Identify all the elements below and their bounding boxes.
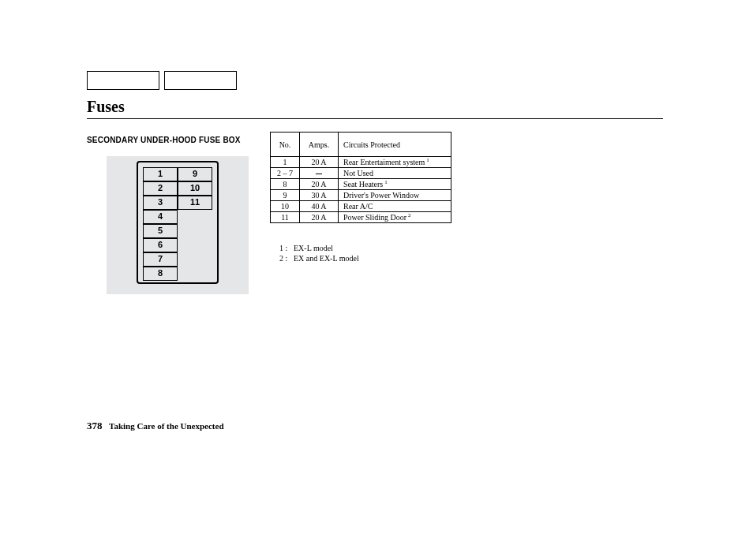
fuse-table-head: No. Amps. Circuits Protected — [271, 133, 451, 157]
cell-no: 10 — [271, 201, 300, 212]
footnote-ref: 1 — [426, 157, 429, 163]
dash-icon — [316, 174, 322, 174]
th-circuits: Circuits Protected — [339, 133, 451, 157]
table-row: 120 ARear Entertaiment system1 — [271, 157, 451, 168]
cell-circuit: Not Used — [339, 168, 451, 179]
cell-no: 2 – 7 — [271, 168, 300, 179]
cell-amps: 20 A — [300, 157, 339, 168]
footnote: 1 :EX-L model — [279, 243, 359, 253]
cell-amps: 20 A — [300, 179, 339, 190]
footnote-text: EX-L model — [294, 243, 333, 253]
cell-no: 11 — [271, 212, 300, 223]
fuse-box-diagram: 1 2 3 4 5 6 7 8 9 10 11 — [107, 156, 249, 294]
cell-circuit: Seat Heaters1 — [339, 179, 451, 190]
fuse-slot-3: 3 — [143, 196, 178, 210]
cell-amps: 40 A — [300, 201, 339, 212]
page: Fuses SECONDARY UNDER-HOOD FUSE BOX 1 2 … — [0, 0, 753, 560]
header-box-1 — [87, 71, 159, 90]
th-no: No. — [271, 133, 300, 157]
header-box-2 — [164, 71, 237, 90]
title-rule — [87, 118, 663, 119]
fuse-slot-11: 11 — [178, 196, 212, 210]
footnote-num: 2 : — [279, 253, 294, 263]
page-title: Fuses — [87, 98, 125, 116]
fuse-panel: 1 2 3 4 5 6 7 8 9 10 11 — [137, 161, 219, 284]
fuse-slot-1: 1 — [143, 167, 178, 181]
footnote: 2 :EX and EX-L model — [279, 253, 359, 263]
fuse-slot-2: 2 — [143, 181, 178, 196]
table-row: 930 ADriver's Power Window — [271, 190, 451, 201]
footnote-text: EX and EX-L model — [294, 253, 359, 263]
table-row: 2 – 7Not Used — [271, 168, 451, 179]
cell-circuit: Rear Entertaiment system1 — [339, 157, 451, 168]
fuse-slot-7: 7 — [143, 252, 178, 267]
fuse-slot-4: 4 — [143, 210, 178, 224]
fuse-table-body: 120 ARear Entertaiment system12 – 7Not U… — [271, 157, 451, 223]
table-row: 1040 ARear A/C — [271, 201, 451, 212]
header-boxes — [87, 71, 237, 90]
th-amps: Amps. — [300, 133, 339, 157]
cell-no: 9 — [271, 190, 300, 201]
fuse-slot-5: 5 — [143, 224, 178, 238]
section-subtitle: SECONDARY UNDER-HOOD FUSE BOX — [87, 136, 241, 144]
page-footer: 378 Taking Care of the Unexpected — [87, 420, 224, 432]
cell-circuit: Driver's Power Window — [339, 190, 451, 201]
table-row: 1120 APower Sliding Door2 — [271, 212, 451, 223]
cell-amps — [300, 168, 339, 179]
page-number: 378 — [87, 420, 103, 431]
cell-amps: 30 A — [300, 190, 339, 201]
fuse-slot-9: 9 — [178, 167, 212, 181]
fuse-slot-10: 10 — [178, 181, 212, 196]
fuse-slot-6: 6 — [143, 238, 178, 252]
cell-circuit: Rear A/C — [339, 201, 451, 212]
cell-amps: 20 A — [300, 212, 339, 223]
footnotes: 1 :EX-L model2 :EX and EX-L model — [279, 243, 359, 263]
cell-no: 1 — [271, 157, 300, 168]
table-row: 820 ASeat Heaters1 — [271, 179, 451, 190]
footnote-ref: 1 — [384, 179, 388, 185]
cell-no: 8 — [271, 179, 300, 190]
cell-circuit: Power Sliding Door2 — [339, 212, 451, 223]
footnote-ref: 2 — [408, 212, 411, 218]
footer-text: Taking Care of the Unexpected — [109, 421, 223, 431]
fuse-slot-8: 8 — [143, 267, 178, 281]
fuse-table: No. Amps. Circuits Protected 120 ARear E… — [270, 132, 451, 223]
footnote-num: 1 : — [279, 243, 294, 253]
